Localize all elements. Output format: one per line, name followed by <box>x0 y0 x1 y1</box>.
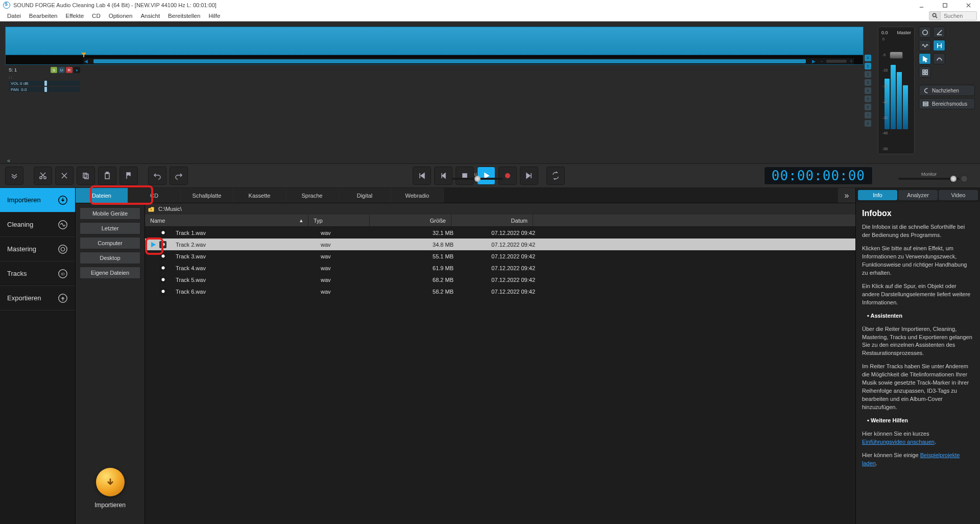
path-bar[interactable]: C:\Music\ <box>145 203 855 215</box>
fade-tool-icon[interactable] <box>933 27 945 38</box>
nav-cleaning[interactable]: Cleaning <box>0 212 75 237</box>
col-size[interactable]: Größe <box>370 215 451 226</box>
file-row[interactable]: Track 5.wavwav68.2 MB07.12.2022 09:42 <box>145 274 855 285</box>
menu-optionen[interactable]: Optionen <box>105 13 137 19</box>
nav-tracks[interactable]: Tracks ID <box>0 261 75 286</box>
marker-button[interactable] <box>119 166 138 185</box>
infotab-analyzer[interactable]: Analyzer <box>898 190 938 200</box>
track-zoom-btn[interactable]: 6 <box>865 104 871 110</box>
nav-mastering[interactable]: Mastering <box>0 237 75 261</box>
nachziehen-button[interactable]: Nachziehen <box>919 85 975 96</box>
collapse-timeline-icon[interactable]: « <box>7 157 10 163</box>
nav-exportieren[interactable]: Exportieren <box>0 286 75 311</box>
tab-schallplatte[interactable]: Schallplatte <box>181 188 233 203</box>
prev-button[interactable] <box>434 166 452 185</box>
curve-tool-icon[interactable] <box>933 53 945 64</box>
arranger[interactable]: ,00:00:00 ,00:00:05 ,00:00:10 ,00:00:15 … <box>5 27 864 65</box>
src-eigene[interactable]: Eigene Dateien <box>80 267 140 279</box>
nav-importieren[interactable]: Importieren <box>0 188 75 212</box>
col-name[interactable]: Name▴ <box>145 215 308 226</box>
menu-bearbeiten[interactable]: Bearbeiten <box>25 13 62 19</box>
volume-slider[interactable]: VOL 0 dB <box>9 81 80 86</box>
copy-button[interactable] <box>77 166 95 185</box>
minimize-button[interactable] <box>910 0 933 10</box>
track-zoom-btn[interactable]: 7 <box>865 112 871 118</box>
bereichsmodus-button[interactable]: Bereichsmodus <box>919 98 975 109</box>
select-tool-icon[interactable] <box>933 40 945 51</box>
monitor-thumb[interactable] <box>950 176 957 182</box>
intro-video-link[interactable]: Einführungsvideo anschauen <box>862 439 935 445</box>
monitor-mute-icon[interactable] <box>961 175 968 182</box>
src-mobile[interactable]: Mobile Geräte <box>80 207 140 220</box>
tab-sprache[interactable]: Sprache <box>286 188 339 203</box>
col-date[interactable]: Datum <box>451 215 533 226</box>
import-cta[interactable]: Importieren <box>80 468 140 521</box>
menu-datei[interactable]: Datei <box>3 13 25 19</box>
tab-kassette[interactable]: Kassette <box>233 188 286 203</box>
col-type[interactable]: Typ <box>308 215 370 226</box>
record-button[interactable] <box>498 166 517 185</box>
src-desktop[interactable]: Desktop <box>80 252 140 264</box>
file-row[interactable]: Track 1.wavwav32.1 MB07.12.2022 09:42 <box>145 227 855 239</box>
menu-effekte[interactable]: Effekte <box>61 13 88 19</box>
infotab-video[interactable]: Video <box>939 190 978 200</box>
cursor-tool-icon[interactable] <box>919 53 931 64</box>
record-arm-button[interactable]: R <box>66 67 73 73</box>
loop-button[interactable] <box>546 166 565 185</box>
scroll-right-icon[interactable]: ▶ <box>811 59 816 64</box>
wave-tool-icon[interactable] <box>919 40 931 51</box>
stop-button[interactable] <box>456 166 474 185</box>
tab-dateien[interactable]: Dateien <box>76 188 128 203</box>
src-letzter[interactable]: Letzter <box>80 222 140 234</box>
scrub-thumb[interactable] <box>474 176 481 182</box>
menu-ansicht[interactable]: Ansicht <box>136 13 164 19</box>
tab-cd[interactable]: CD <box>128 188 181 203</box>
cut-button[interactable] <box>34 166 52 185</box>
overview-ruler[interactable] <box>6 27 863 55</box>
file-row[interactable]: Track 6.wavwav58.2 MB07.12.2022 09:42 <box>145 285 855 297</box>
track-zoom-btn[interactable]: 4 <box>865 87 871 94</box>
monitor-control[interactable]: Monitor <box>898 172 960 180</box>
track-zoom-btn[interactable]: 3 <box>865 79 871 86</box>
search-input[interactable] <box>941 13 976 19</box>
track-zoom-btn[interactable]: 5 <box>865 96 871 102</box>
menu-cd[interactable]: CD <box>88 13 105 19</box>
go-end-button[interactable] <box>520 166 538 185</box>
menu-bereitstellen[interactable]: Bereitstellen <box>164 13 204 19</box>
play-button[interactable] <box>477 166 495 185</box>
redo-button[interactable] <box>170 166 188 185</box>
tab-webradio[interactable]: Webradio <box>391 188 444 203</box>
track-zoom-btn[interactable]: ≡ <box>865 55 871 61</box>
tabs-more-icon[interactable]: » <box>838 188 855 203</box>
track-zoom-btn[interactable]: 8 <box>865 120 871 127</box>
track-fx-button[interactable]: ● <box>74 67 80 73</box>
paste-button[interactable] <box>98 166 116 185</box>
playhead[interactable] <box>83 55 84 57</box>
pan-slider[interactable]: PAN 0.0 <box>9 87 80 92</box>
zoom-slider[interactable] <box>826 60 847 63</box>
zoom-out-icon[interactable]: − <box>819 59 824 64</box>
go-start-button[interactable] <box>413 166 431 185</box>
src-computer[interactable]: Computer <box>80 237 140 249</box>
folder-up-icon[interactable] <box>148 206 154 212</box>
mute-button[interactable]: M <box>58 67 65 73</box>
zoom-in-icon[interactable]: + <box>849 59 854 64</box>
track-header[interactable]: S: 1 S M R ● : : VOL 0 dB PAN 0.0 <box>9 67 80 93</box>
grid-tool-icon[interactable] <box>919 66 931 78</box>
scroll-left-icon[interactable]: ◀ <box>83 59 88 64</box>
file-row[interactable]: Track 4.wavwav61.9 MB07.12.2022 09:42 <box>145 262 855 274</box>
menu-hilfe[interactable]: Hilfe <box>204 13 224 19</box>
master-fader[interactable] <box>890 52 903 59</box>
loop-tool-icon[interactable] <box>919 27 931 38</box>
close-button[interactable] <box>957 0 980 10</box>
track-zoom-btn[interactable]: 2 <box>865 71 871 78</box>
delete-button[interactable] <box>55 166 74 185</box>
expand-down-icon[interactable] <box>5 166 23 185</box>
tab-digital[interactable]: Digital <box>339 188 391 203</box>
search-box[interactable] <box>929 11 977 20</box>
maximize-button[interactable] <box>933 0 957 10</box>
file-row[interactable]: Track 2.wavwav34.8 MB07.12.2022 09:42 <box>145 239 855 250</box>
timeline-scrollbar[interactable]: ◀ ▶ − + <box>83 58 854 64</box>
import-disc-icon[interactable] <box>96 468 125 496</box>
undo-button[interactable] <box>148 166 166 185</box>
